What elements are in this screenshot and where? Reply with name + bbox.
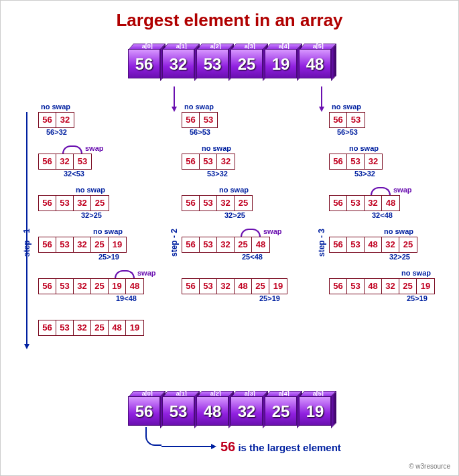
cell: 48: [365, 279, 382, 294]
cell: 32: [382, 237, 399, 252]
cell: 53: [200, 113, 217, 127]
comparison-row: 565332482519: [182, 278, 287, 294]
cell: 53: [347, 279, 365, 294]
array-cell: a[4]25: [265, 396, 297, 428]
cell: 25: [399, 237, 417, 252]
comparison-label: 25<48: [242, 253, 263, 261]
output-array: a[0]56a[1]53a[2]48a[3]32a[4]25a[5]19: [128, 396, 333, 428]
cell: 48: [235, 279, 252, 294]
cell: 56: [39, 237, 56, 252]
cell: 48: [109, 320, 126, 335]
cell: 56: [182, 279, 200, 294]
diagram-canvas: Largest element in an array a[0]56a[1]32…: [0, 0, 459, 476]
cell: 25: [91, 196, 109, 211]
cell: 56: [330, 279, 347, 294]
cell: 48: [365, 237, 382, 252]
cell: 32: [74, 196, 91, 211]
cell: 53: [347, 113, 365, 127]
comparison-label: 53>32: [354, 170, 375, 178]
array-cell: a[2]53: [196, 49, 228, 81]
comparison-row: 5653483225: [329, 237, 417, 253]
cell: 19: [417, 279, 434, 294]
no-swap-label: no swap: [332, 103, 361, 111]
array-cell: a[0]56: [128, 396, 160, 428]
comparison-row: 5632: [38, 112, 74, 128]
cell: 56: [39, 279, 56, 294]
cell: 56: [182, 154, 200, 169]
swap-label: swap: [85, 144, 104, 152]
comparison-label: 53>32: [207, 170, 228, 178]
cell: 25: [252, 279, 269, 294]
comparison-row: 565332251948: [38, 278, 144, 294]
cell: 56: [182, 196, 200, 211]
swap-label: swap: [393, 186, 412, 194]
no-swap-label: no swap: [93, 227, 123, 235]
comparison-row: 565332: [329, 154, 383, 170]
comparison-label: 25>19: [99, 253, 119, 261]
comparison-row: 565332254819: [38, 320, 144, 336]
largest-value: 56: [220, 439, 235, 454]
cell: 32: [217, 154, 235, 169]
comparison-row: 5653: [182, 112, 218, 128]
cell: 32: [74, 279, 91, 294]
credit: © w3resource: [409, 463, 450, 470]
array-cell: a[3]25: [231, 49, 263, 81]
final-arrow-curve: [145, 427, 161, 446]
cell: 32: [382, 279, 399, 294]
comparison-label: 56>53: [190, 128, 210, 136]
cell: 53: [56, 279, 74, 294]
swap-arc: [62, 145, 82, 154]
cell: 32: [74, 320, 91, 335]
cell: 53: [200, 196, 217, 211]
comparison-row: 56533225: [182, 195, 253, 211]
cell: 56: [330, 196, 347, 211]
cell: 25: [235, 196, 252, 211]
swap-arc: [241, 229, 261, 237]
swap-label: swap: [263, 227, 282, 235]
cell: 53: [56, 320, 74, 335]
comparison-label: 32>25: [81, 211, 102, 219]
input-array: a[0]56a[1]32a[2]53a[3]25a[4]19a[5]48: [128, 49, 333, 81]
cell: 32: [365, 154, 382, 169]
comparison-label: 19<48: [116, 294, 137, 302]
no-swap-label: no swap: [202, 144, 231, 152]
comparison-row: 565332: [182, 154, 235, 170]
cell: 32: [56, 113, 74, 127]
comparison-row: 56533225: [38, 195, 109, 211]
cell: 19: [126, 320, 143, 335]
cell: 53: [347, 237, 365, 252]
cell: 56: [182, 113, 200, 127]
final-arrow: [161, 446, 215, 447]
array-cell: a[1]32: [162, 49, 194, 81]
array-cell: a[4]19: [265, 49, 297, 81]
page-title: Largest element in an array: [1, 10, 458, 31]
comparison-row: 5653322548: [182, 237, 270, 253]
comparison-label: 56>32: [46, 128, 67, 136]
cell: 56: [330, 113, 347, 127]
array-cell: a[5]19: [299, 396, 331, 428]
array-cell: a[0]56: [128, 49, 160, 81]
comparison-label: 32>25: [389, 253, 410, 261]
cell: 32: [217, 237, 235, 252]
cell: 25: [91, 320, 109, 335]
no-swap-label: no swap: [384, 227, 413, 235]
array-cell: a[5]48: [299, 49, 331, 81]
cell: 56: [39, 320, 56, 335]
array-cell: a[2]48: [196, 396, 228, 428]
largest-text: is the largest element: [235, 442, 341, 453]
cell: 48: [252, 237, 269, 252]
cell: 19: [269, 279, 287, 294]
step-3-label: step - 3: [317, 229, 326, 257]
cell: 25: [91, 237, 109, 252]
cell: 25: [91, 279, 109, 294]
cell: 53: [56, 196, 74, 211]
comparison-row: 56533248: [329, 195, 400, 211]
cell: 48: [382, 196, 399, 211]
comparison-label: 25>19: [407, 294, 428, 302]
cell: 53: [200, 154, 217, 169]
comparison-row: 565348322519: [329, 278, 435, 294]
cell: 53: [200, 279, 217, 294]
array-cell: a[3]32: [231, 396, 263, 428]
cell: 53: [200, 237, 217, 252]
cell: 19: [109, 279, 126, 294]
